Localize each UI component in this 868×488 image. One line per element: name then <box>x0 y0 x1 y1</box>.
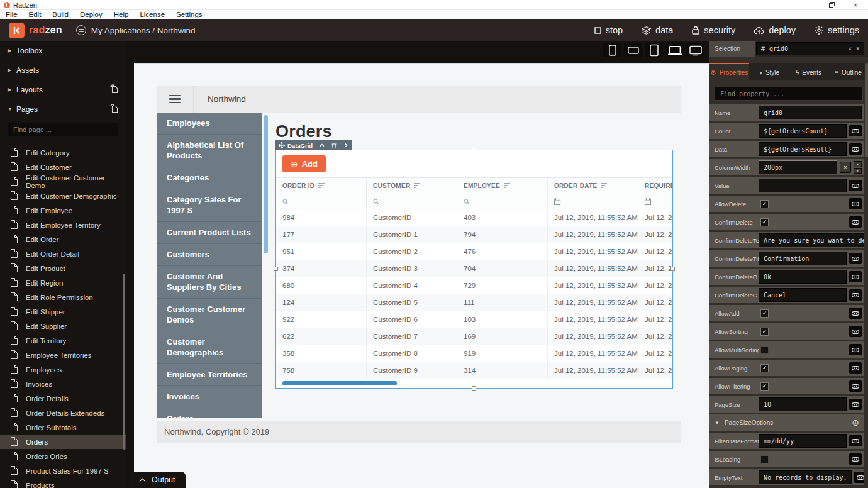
preview-nav-scrollbar[interactable] <box>264 115 268 253</box>
bind-property-button[interactable] <box>849 435 862 446</box>
bind-property-button[interactable] <box>849 380 862 392</box>
resize-handle-top[interactable] <box>472 148 476 152</box>
page-item[interactable]: Edit Order <box>0 232 126 247</box>
page-item[interactable]: Edit Customer Customer Demo <box>0 174 126 189</box>
stepper-down-icon[interactable]: ▼ <box>854 168 862 174</box>
preview-nav-item[interactable]: Categories <box>157 167 262 189</box>
preview-nav-item[interactable]: Customer And Suppliers By Cities <box>157 266 262 299</box>
page-item[interactable]: Edit Customer <box>0 160 126 174</box>
page-item[interactable]: Edit Shipper <box>0 304 126 319</box>
bind-property-button[interactable] <box>849 399 862 410</box>
property-input[interactable]: ${getOrdersResult} <box>759 142 847 156</box>
tab-events[interactable]: ϟEvents <box>789 63 828 80</box>
property-input[interactable]: Are you sure you want to de <box>759 233 864 247</box>
page-item[interactable]: Order Subtotals <box>0 420 126 435</box>
page-item[interactable]: Invoices <box>0 377 126 391</box>
panel-scrollbar[interactable] <box>865 63 868 157</box>
property-section-pagesizeoptions[interactable]: ▼PageSizeOptions⊕ <box>709 414 864 431</box>
grid-filter-cell[interactable] <box>548 194 638 209</box>
page-item[interactable]: Edit Supplier <box>0 319 126 333</box>
sidebar-section-layouts[interactable]: ▶Layouts <box>0 80 126 99</box>
property-input[interactable]: Confirmation <box>759 252 847 265</box>
page-item[interactable]: Edit Order Detail <box>0 247 126 261</box>
property-checkbox[interactable]: ✓ <box>760 364 769 372</box>
sidebar-section-toolbox[interactable]: ▶Toolbox <box>0 41 126 60</box>
page-item[interactable]: Edit Customer Demographic <box>0 189 126 203</box>
select-parent-button[interactable] <box>316 140 328 150</box>
tab-outline[interactable]: ≡Outline <box>828 63 868 80</box>
grid-horizontal-scrollbar[interactable] <box>282 381 397 385</box>
new-page-icon[interactable] <box>110 84 118 95</box>
bind-property-button[interactable] <box>849 143 862 155</box>
preview-nav-item[interactable]: Employee Territories <box>157 364 262 386</box>
property-checkbox[interactable] <box>760 346 769 354</box>
header-action-data[interactable]: data <box>642 25 673 35</box>
property-checkbox[interactable]: ✓ <box>760 309 769 318</box>
menu-item-deploy[interactable]: Deploy <box>74 11 108 18</box>
page-item[interactable]: Edit Role Permission <box>0 290 126 304</box>
grid-row[interactable]: 374CustomerID 3704Jul 12, 2019, 11:55:52… <box>276 260 672 277</box>
page-item[interactable]: Edit Category <box>0 145 126 160</box>
preview-nav-item[interactable]: Employees <box>157 113 262 135</box>
clear-selection-icon[interactable]: × <box>848 45 852 52</box>
preview-nav-item[interactable]: Customer Customer Demos <box>157 299 262 331</box>
grid-row[interactable]: 177CustomerID 1794Jul 12, 2019, 11:55:52… <box>276 226 672 243</box>
bind-property-button[interactable] <box>849 125 862 136</box>
resize-handle-left[interactable] <box>274 267 278 271</box>
property-input[interactable]: 10 <box>759 397 847 411</box>
property-checkbox[interactable] <box>760 455 769 463</box>
menu-item-build[interactable]: Build <box>47 11 74 18</box>
datagrid-component[interactable]: ⊕ Add ORDER IDCUSTOMEREMPLOYEEORDER DATE… <box>275 150 673 389</box>
grid-filter-cell[interactable] <box>457 194 548 209</box>
sidebar-scrollbar[interactable] <box>123 274 125 450</box>
grid-column-header[interactable]: ORDER ID <box>276 178 367 194</box>
sidebar-section-pages[interactable]: ▼Pages <box>0 99 126 119</box>
grid-row[interactable]: 951CustomerID 2476Jul 12, 2019, 11:55:52… <box>276 243 672 260</box>
device-button-phone-landscape[interactable] <box>624 43 642 57</box>
preview-nav-item[interactable]: Invoices <box>157 386 262 408</box>
page-item[interactable]: Edit Territory <box>0 333 126 348</box>
find-property-input[interactable] <box>715 87 863 101</box>
preview-nav-item[interactable]: Category Sales For 1997 S <box>157 189 262 222</box>
page-item[interactable]: Order Details Extendeds <box>0 406 126 420</box>
page-item[interactable]: Employee Territories <box>0 348 126 362</box>
bind-property-button[interactable] <box>849 253 862 264</box>
grid-column-header[interactable]: REQUIRED DATE <box>638 178 672 194</box>
header-action-security[interactable]: security <box>692 25 735 35</box>
new-page-icon[interactable] <box>110 104 118 114</box>
breadcrumb[interactable]: My Applications / Northwind <box>76 25 196 35</box>
page-item[interactable]: Product Sales For 1997 S <box>0 463 126 478</box>
stepper-up-icon[interactable]: ▲ <box>854 161 862 167</box>
delete-component-button[interactable] <box>328 140 340 150</box>
value-stepper[interactable]: ▲▼ <box>854 161 862 174</box>
chevron-down-icon[interactable]: ▼ <box>856 46 859 52</box>
property-checkbox[interactable]: ✓ <box>760 382 769 391</box>
restore-button[interactable] <box>828 1 835 9</box>
header-action-stop[interactable]: stop <box>594 25 623 35</box>
grid-column-header[interactable]: CUSTOMER <box>367 178 457 194</box>
resize-handle-right[interactable] <box>670 267 675 271</box>
property-checkbox[interactable]: ✓ <box>760 200 769 208</box>
tab-style[interactable]: ◑Style <box>749 63 789 80</box>
plus-circle-icon[interactable]: ⊕ <box>852 418 859 428</box>
property-input[interactable]: Ok <box>759 270 847 284</box>
clear-value-button[interactable]: × <box>840 162 851 173</box>
device-button-laptop[interactable] <box>665 43 684 57</box>
grid-row[interactable]: 984CustomerID403Jul 12, 2019, 11:55:52 A… <box>276 209 672 226</box>
page-item[interactable]: Employees <box>0 362 126 377</box>
preview-nav-item[interactable]: Alphabetical List Of Products <box>157 135 262 167</box>
expand-component-button[interactable] <box>340 140 352 150</box>
bind-property-button[interactable] <box>849 326 862 337</box>
device-button-tablet-portrait[interactable] <box>645 43 663 57</box>
bind-property-button[interactable] <box>854 472 864 483</box>
grid-filter-cell[interactable] <box>276 194 367 209</box>
grid-row[interactable]: 358CustomerID 8919Jul 12, 2019, 11:55:52… <box>276 345 672 362</box>
bind-property-button[interactable] <box>849 344 862 355</box>
menu-item-license[interactable]: License <box>134 11 170 18</box>
property-input[interactable]: No records to display. <box>759 470 852 484</box>
page-item[interactable]: Edit Employee <box>0 203 126 218</box>
grid-row[interactable]: 124CustomerID 5111Jul 12, 2019, 11:55:52… <box>276 294 672 311</box>
header-action-deploy[interactable]: deploy <box>754 25 796 35</box>
selection-dropdown[interactable]: # grid0 × ▼ <box>756 42 864 55</box>
bind-property-button[interactable] <box>849 180 862 191</box>
